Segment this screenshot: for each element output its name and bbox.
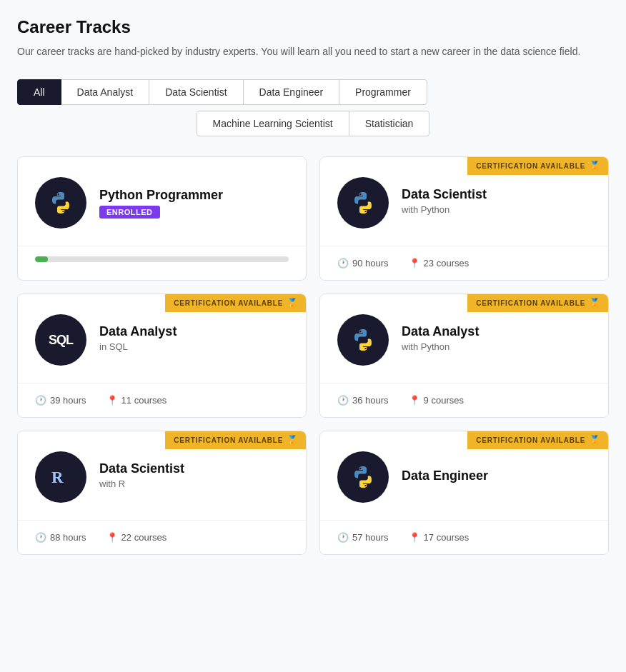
courses-meta: 📍 11 courses [106,395,167,406]
card-info: Data Analyst in SQL [99,324,289,356]
cert-badge: CERTIFICATION AVAILABLE 🏅 [467,157,608,175]
clock-icon: 🕐 [35,395,46,406]
cert-icon: 🏅 [589,298,601,309]
card-info: Data Analyst with Python [402,324,591,356]
courses-meta: 📍 23 courses [409,258,470,269]
filter-tab-statistician[interactable]: Statistician [349,111,430,136]
filter-tab-data-engineer[interactable]: Data Engineer [243,79,340,105]
clock-icon: 🕐 [337,258,349,269]
courses-meta: 📍 22 courses [106,532,167,543]
avatar-circle [337,177,389,229]
courses-icon: 📍 [409,258,420,269]
card-data-analyst-python[interactable]: CERTIFICATION AVAILABLE 🏅 Data Analyst w… [319,294,609,418]
enrolled-badge: ENROLLED [99,206,160,219]
card-data-analyst-sql[interactable]: CERTIFICATION AVAILABLE 🏅 SQL Data Analy… [17,294,307,418]
avatar-circle [35,177,86,229]
courses-label: 22 courses [121,532,167,543]
hours-label: 36 hours [352,395,389,406]
cert-badge: CERTIFICATION AVAILABLE 🏅 [467,294,608,312]
filter-tab-machine-learning-scientist[interactable]: Machine Learning Scientist [197,111,349,136]
card-bottom: 🕐 36 hours 📍 9 courses [320,383,608,417]
card-top: Python Programmer ENROLLED [18,157,306,246]
avatar-circle [337,451,389,503]
card-title: Data Engineer [402,468,591,483]
card-title: Data Analyst [99,324,289,339]
card-title: Data Analyst [402,324,591,339]
card-data-scientist-python[interactable]: CERTIFICATION AVAILABLE 🏅 Data Scientist… [319,156,609,281]
card-subtitle: in SQL [99,341,289,352]
clock-icon: 🕐 [337,395,349,406]
card-subtitle: with Python [402,341,591,352]
hours-meta: 🕐 88 hours [35,532,86,543]
hours-label: 57 hours [352,532,389,543]
hours-label: 90 hours [352,258,389,269]
progress-bar-fill [35,256,48,262]
card-data-engineer[interactable]: CERTIFICATION AVAILABLE 🏅 Data Engineer … [319,431,609,555]
hours-meta: 🕐 36 hours [337,395,389,406]
filter-tab-data-analyst[interactable]: Data Analyst [61,79,150,105]
courses-meta: 📍 17 courses [409,532,470,543]
hours-label: 88 hours [50,532,86,543]
card-python-programmer[interactable]: Python Programmer ENROLLED [17,156,307,281]
hours-meta: 🕐 57 hours [337,532,389,543]
card-subtitle: with Python [402,204,591,215]
cert-badge: CERTIFICATION AVAILABLE 🏅 [165,294,306,312]
avatar-circle: SQL [35,314,86,366]
card-data-scientist-r[interactable]: CERTIFICATION AVAILABLE 🏅 R Data Scienti… [17,431,307,555]
avatar-circle: R [35,451,86,503]
card-title: Data Scientist [402,187,591,202]
hours-meta: 🕐 39 hours [35,395,86,406]
courses-icon: 📍 [106,532,118,543]
card-bottom: 🕐 39 hours 📍 11 courses [18,383,306,417]
progress-bar-bg [35,256,289,262]
filter-tab-data-scientist[interactable]: Data Scientist [149,79,243,105]
svg-text:R: R [51,468,64,486]
avatar-circle [337,314,389,366]
cert-icon: 🏅 [589,161,601,171]
page-subtitle: Our career tracks are hand-picked by ind… [17,44,609,59]
card-title: Data Scientist [99,461,289,476]
filter-tabs-row1: AllData AnalystData ScientistData Engine… [17,79,609,105]
page-title: Career Tracks [17,17,609,37]
cards-grid: Python Programmer ENROLLED CERTIFICATION… [17,156,609,555]
courses-label: 23 courses [424,258,470,269]
cert-icon: 🏅 [287,435,299,446]
courses-icon: 📍 [106,395,118,406]
card-info: Data Engineer [402,468,591,486]
card-info: Data Scientist with Python [402,187,591,219]
courses-icon: 📍 [409,395,420,406]
courses-label: 17 courses [424,532,470,543]
courses-label: 9 courses [424,395,464,406]
card-bottom: 🕐 88 hours 📍 22 courses [18,520,306,554]
filter-tab-programmer[interactable]: Programmer [339,79,427,105]
clock-icon: 🕐 [35,532,46,543]
courses-meta: 📍 9 courses [409,395,464,406]
courses-label: 11 courses [121,395,167,406]
cert-icon: 🏅 [589,435,601,446]
card-bottom: 🕐 57 hours 📍 17 courses [320,520,608,554]
hours-meta: 🕐 90 hours [337,258,389,269]
courses-icon: 📍 [409,532,420,543]
card-subtitle: with R [99,478,289,489]
filter-tabs-row2: Machine Learning ScientistStatistician [17,111,609,136]
cert-badge: CERTIFICATION AVAILABLE 🏅 [165,431,306,449]
cert-badge: CERTIFICATION AVAILABLE 🏅 [467,431,608,449]
clock-icon: 🕐 [337,532,349,543]
filter-tab-all[interactable]: All [17,79,61,105]
card-info: Python Programmer ENROLLED [99,188,289,219]
card-title: Python Programmer [99,188,289,203]
hours-label: 39 hours [50,395,86,406]
card-info: Data Scientist with R [99,461,289,493]
card-bottom: 🕐 90 hours 📍 23 courses [320,246,608,280]
cert-icon: 🏅 [287,298,299,309]
progress-bar-section [18,246,306,272]
